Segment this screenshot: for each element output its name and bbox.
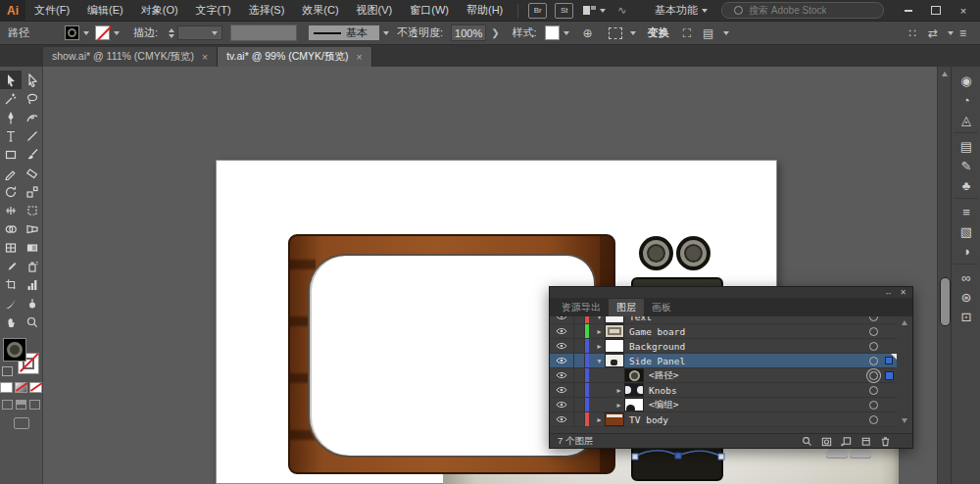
stroke-color-swatch[interactable] xyxy=(95,25,110,40)
scroll-up-icon[interactable] xyxy=(942,72,948,76)
color-guide-icon[interactable]: ◔ xyxy=(952,90,980,110)
doc-tab-tv[interactable]: tv.ai* @ 99% (CMYK/预览) × xyxy=(218,47,371,67)
free-transform-tool[interactable] xyxy=(22,201,43,219)
close-panel-icon[interactable]: ✕ xyxy=(900,289,906,297)
menu-window[interactable]: 窗口(W) xyxy=(401,3,458,18)
lock-toggle[interactable] xyxy=(574,398,585,411)
stroke-weight-stepper[interactable] xyxy=(169,28,174,38)
tv-knob-left-art[interactable] xyxy=(643,240,669,266)
lock-toggle[interactable] xyxy=(574,339,585,353)
visibility-toggle[interactable] xyxy=(550,354,574,367)
tab-asset-export[interactable]: 资源导出 xyxy=(554,299,609,316)
eraser-tool[interactable] xyxy=(22,164,43,182)
default-fill-stroke-icon[interactable] xyxy=(2,366,13,376)
chevron-down-icon[interactable] xyxy=(383,31,389,35)
visibility-toggle[interactable] xyxy=(550,398,574,411)
opacity-expand-arrow[interactable]: ❯ xyxy=(491,27,499,38)
selection-tool[interactable] xyxy=(0,71,22,89)
expand-chevron-icon[interactable]: ▸ xyxy=(613,386,624,395)
expand-chevron-icon[interactable]: ▸ xyxy=(594,342,605,351)
target-circle[interactable] xyxy=(869,342,878,351)
document-setup-icon[interactable]: ⊕ xyxy=(583,26,593,40)
draw-inside-icon[interactable] xyxy=(29,400,40,410)
visibility-toggle[interactable] xyxy=(550,316,574,323)
graph-tool[interactable] xyxy=(22,275,43,294)
curvature-tool[interactable] xyxy=(22,108,43,126)
fill-stroke-indicator[interactable] xyxy=(2,337,41,376)
menu-edit[interactable]: 编辑(E) xyxy=(78,3,132,18)
expand-chevron-icon[interactable]: ▸ xyxy=(613,401,624,410)
tab-artboards[interactable]: 画板 xyxy=(644,299,679,316)
symbols-panel-icon[interactable]: ♣ xyxy=(952,175,980,195)
target-circle[interactable] xyxy=(869,401,878,410)
artboards-panel-icon[interactable]: ▤ xyxy=(952,136,980,156)
target-circle[interactable] xyxy=(869,357,878,365)
minimize-button[interactable] xyxy=(898,3,919,19)
menu-select[interactable]: 选择(S) xyxy=(240,3,294,18)
target-circle-active[interactable] xyxy=(869,371,878,380)
close-tab-icon[interactable]: × xyxy=(202,51,208,63)
swatches-panel-icon[interactable]: ⊛ xyxy=(952,287,980,307)
expand-chevron-icon[interactable]: ▸ xyxy=(594,327,605,336)
tv-knob-right-art[interactable] xyxy=(680,240,707,266)
make-clipping-mask-icon[interactable] xyxy=(821,436,832,447)
draw-normal-icon[interactable] xyxy=(2,400,13,410)
direct-selection-tool[interactable] xyxy=(22,71,43,89)
rectangle-tool[interactable] xyxy=(0,145,22,164)
layer-row-group[interactable]: ▸ <编组> xyxy=(550,398,897,412)
pen-tool[interactable] xyxy=(0,108,22,126)
zoom-tool[interactable] xyxy=(22,313,43,331)
none-button[interactable] xyxy=(29,382,42,393)
chevron-down-icon[interactable] xyxy=(723,31,729,35)
layer-name[interactable]: Side Panel xyxy=(629,356,685,366)
eyedropper-tool[interactable] xyxy=(0,257,22,275)
layer-row-side-panel[interactable]: ▾ Side Panel xyxy=(550,354,897,368)
workspace-grid-icon[interactable]: ∷ xyxy=(908,26,916,40)
shape-builder-tool[interactable] xyxy=(0,219,22,238)
stroke-panel-icon[interactable]: ≡ xyxy=(952,202,980,221)
color-panel-icon[interactable]: ◉ xyxy=(952,71,980,90)
width-tool[interactable] xyxy=(0,201,22,219)
layer-name[interactable]: <编组> xyxy=(649,399,678,411)
lock-toggle[interactable] xyxy=(574,316,585,323)
layer-name[interactable]: Game board xyxy=(629,326,685,337)
collapse-chevron-icon[interactable]: ▾ xyxy=(594,357,605,365)
blob-brush-tool[interactable] xyxy=(22,294,43,313)
menu-object[interactable]: 对象(O) xyxy=(132,3,187,18)
hand-tool[interactable] xyxy=(0,313,22,331)
perspective-grid-tool[interactable] xyxy=(22,219,43,238)
shape-options-icon[interactable]: ▤ xyxy=(703,26,713,40)
scroll-up-icon[interactable] xyxy=(902,320,907,325)
gpu-performance-icon[interactable]: ∿ xyxy=(617,4,626,17)
selection-indicator[interactable] xyxy=(885,357,893,364)
shaper-tool[interactable] xyxy=(0,164,22,182)
gradient-button[interactable] xyxy=(15,382,27,393)
brush-definition-dropdown[interactable]: 基本 xyxy=(309,25,379,40)
arrange-icon[interactable]: ⇄ xyxy=(928,26,938,40)
menu-view[interactable]: 视图(V) xyxy=(348,3,402,18)
lock-toggle[interactable] xyxy=(574,383,585,397)
menu-effect[interactable]: 效果(C) xyxy=(293,3,347,18)
transform-link[interactable]: 变换 xyxy=(648,25,669,40)
mesh-tool[interactable] xyxy=(0,238,22,257)
select-similar-icon[interactable] xyxy=(609,27,622,39)
layer-row-knobs[interactable]: ▸ Knobs xyxy=(550,383,897,398)
draw-behind-icon[interactable] xyxy=(16,400,26,410)
layer-row-game-board[interactable]: ▸ Game board xyxy=(550,324,897,339)
layer-row-path[interactable]: <路径> xyxy=(550,368,897,383)
artboard-tool[interactable] xyxy=(0,275,22,294)
color-button[interactable] xyxy=(0,382,13,393)
target-circle[interactable] xyxy=(869,415,878,424)
brushes-panel-icon[interactable]: ✎ xyxy=(952,156,980,175)
lasso-tool[interactable] xyxy=(22,89,43,108)
lock-toggle[interactable] xyxy=(574,412,585,426)
selection-indicator[interactable] xyxy=(885,371,894,380)
rotate-tool[interactable] xyxy=(0,182,22,201)
bridge-button[interactable]: Br xyxy=(528,3,547,19)
target-circle[interactable] xyxy=(869,327,878,336)
layer-row-background[interactable]: ▸ Background xyxy=(550,339,897,354)
cc-libraries-icon[interactable]: ∞ xyxy=(952,267,980,287)
stroke-weight-dropdown[interactable] xyxy=(177,25,222,40)
layer-name[interactable]: Background xyxy=(629,341,685,352)
panel-menu-icon[interactable]: ≡ xyxy=(959,26,966,40)
